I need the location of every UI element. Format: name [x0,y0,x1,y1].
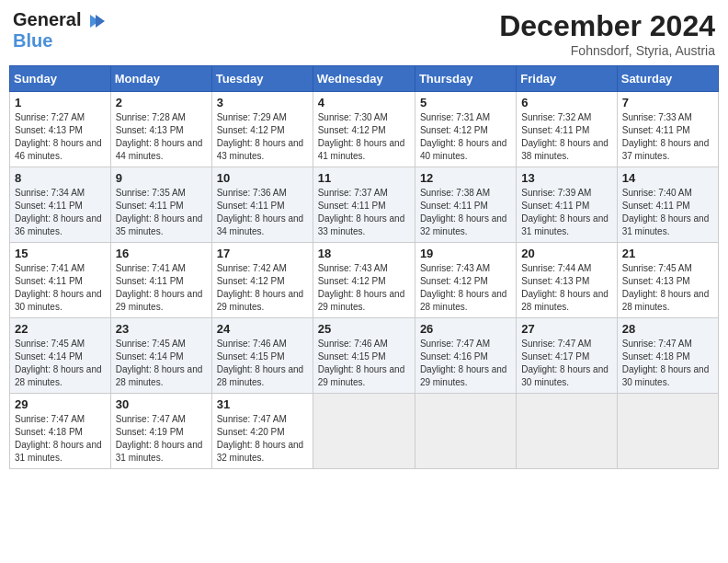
cell-content: Sunrise: 7:47 AMSunset: 4:20 PMDaylight:… [217,414,304,463]
calendar-cell: 4 Sunrise: 7:30 AMSunset: 4:12 PMDayligh… [313,92,415,167]
cell-content: Sunrise: 7:39 AMSunset: 4:11 PMDaylight:… [521,188,609,236]
cell-content: Sunrise: 7:47 AMSunset: 4:17 PMDaylight:… [521,339,609,387]
calendar-week-row: 22 Sunrise: 7:45 AMSunset: 4:14 PMDaylig… [10,318,719,394]
logo-icon [83,9,107,33]
calendar-cell: 31 Sunrise: 7:47 AMSunset: 4:20 PMDaylig… [211,394,313,469]
svg-marker-1 [96,15,105,28]
day-number: 7 [622,96,713,109]
day-of-week-header: Sunday [10,66,111,92]
calendar-cell: 8 Sunrise: 7:34 AMSunset: 4:11 PMDayligh… [10,167,111,243]
day-number: 24 [217,322,308,336]
cell-content: Sunrise: 7:45 AMSunset: 4:13 PMDaylight:… [622,263,710,312]
day-number: 6 [521,96,611,109]
day-number: 8 [15,171,106,185]
cell-content: Sunrise: 7:44 AMSunset: 4:13 PMDaylight:… [521,263,609,312]
day-number: 25 [318,322,410,336]
cell-content: Sunrise: 7:45 AMSunset: 4:14 PMDaylight:… [15,339,102,387]
day-number: 1 [15,96,106,109]
month-title: December 2024 [499,9,715,43]
cell-content: Sunrise: 7:43 AMSunset: 4:12 PMDaylight:… [318,263,405,312]
day-number: 3 [217,96,308,109]
day-of-week-header: Monday [110,66,211,92]
day-number: 22 [15,322,106,336]
logo: General Blue [13,9,107,50]
cell-content: Sunrise: 7:47 AMSunset: 4:16 PMDaylight:… [420,339,507,387]
calendar-cell: 27 Sunrise: 7:47 AMSunset: 4:17 PMDaylig… [517,318,617,394]
day-number: 5 [420,96,511,109]
calendar-cell: 11 Sunrise: 7:37 AMSunset: 4:11 PMDaylig… [313,167,415,243]
cell-content: Sunrise: 7:47 AMSunset: 4:19 PMDaylight:… [116,414,203,463]
calendar-cell: 18 Sunrise: 7:43 AMSunset: 4:12 PMDaylig… [313,243,415,318]
cell-content: Sunrise: 7:47 AMSunset: 4:18 PMDaylight:… [15,414,102,463]
day-number: 12 [420,171,511,185]
day-number: 15 [15,247,106,260]
calendar-cell [617,394,718,469]
location: Fohnsdorf, Styria, Austria [499,43,715,58]
cell-content: Sunrise: 7:37 AMSunset: 4:11 PMDaylight:… [318,188,405,236]
cell-content: Sunrise: 7:35 AMSunset: 4:11 PMDaylight:… [116,188,203,236]
day-number: 29 [15,397,106,411]
day-number: 18 [318,247,410,260]
calendar-cell: 19 Sunrise: 7:43 AMSunset: 4:12 PMDaylig… [415,243,516,318]
calendar-cell: 7 Sunrise: 7:33 AMSunset: 4:11 PMDayligh… [617,92,718,167]
calendar-cell: 20 Sunrise: 7:44 AMSunset: 4:13 PMDaylig… [517,243,617,318]
cell-content: Sunrise: 7:31 AMSunset: 4:12 PMDaylight:… [420,112,507,161]
calendar-cell: 23 Sunrise: 7:45 AMSunset: 4:14 PMDaylig… [110,318,211,394]
cell-content: Sunrise: 7:29 AMSunset: 4:12 PMDaylight:… [217,112,304,161]
calendar: SundayMondayTuesdayWednesdayThursdayFrid… [9,65,719,469]
cell-content: Sunrise: 7:46 AMSunset: 4:15 PMDaylight:… [318,339,405,387]
calendar-cell: 1 Sunrise: 7:27 AMSunset: 4:13 PMDayligh… [10,92,111,167]
calendar-cell [415,394,516,469]
cell-content: Sunrise: 7:30 AMSunset: 4:12 PMDaylight:… [318,112,405,161]
day-number: 20 [521,247,611,260]
calendar-cell: 10 Sunrise: 7:36 AMSunset: 4:11 PMDaylig… [211,167,313,243]
calendar-cell: 28 Sunrise: 7:47 AMSunset: 4:18 PMDaylig… [617,318,718,394]
cell-content: Sunrise: 7:46 AMSunset: 4:15 PMDaylight:… [217,339,304,387]
calendar-cell: 3 Sunrise: 7:29 AMSunset: 4:12 PMDayligh… [211,92,313,167]
calendar-cell: 30 Sunrise: 7:47 AMSunset: 4:19 PMDaylig… [110,394,211,469]
day-number: 9 [116,171,207,185]
day-number: 16 [116,247,207,260]
day-number: 19 [420,247,511,260]
cell-content: Sunrise: 7:40 AMSunset: 4:11 PMDaylight:… [622,188,710,236]
day-number: 4 [318,96,410,109]
day-of-week-header: Wednesday [313,66,415,92]
calendar-cell: 21 Sunrise: 7:45 AMSunset: 4:13 PMDaylig… [617,243,718,318]
cell-content: Sunrise: 7:38 AMSunset: 4:11 PMDaylight:… [420,188,507,236]
day-of-week-header: Thursday [415,66,516,92]
title-block: December 2024 Fohnsdorf, Styria, Austria [499,9,715,58]
day-number: 31 [217,397,308,411]
day-number: 14 [622,171,713,185]
cell-content: Sunrise: 7:43 AMSunset: 4:12 PMDaylight:… [420,263,507,312]
calendar-cell: 9 Sunrise: 7:35 AMSunset: 4:11 PMDayligh… [110,167,211,243]
calendar-cell: 5 Sunrise: 7:31 AMSunset: 4:12 PMDayligh… [415,92,516,167]
day-number: 11 [318,171,410,185]
calendar-header-row: SundayMondayTuesdayWednesdayThursdayFrid… [10,66,719,92]
calendar-week-row: 29 Sunrise: 7:47 AMSunset: 4:18 PMDaylig… [10,394,719,469]
day-number: 27 [521,322,611,336]
day-number: 23 [116,322,207,336]
cell-content: Sunrise: 7:27 AMSunset: 4:13 PMDaylight:… [15,112,102,161]
cell-content: Sunrise: 7:41 AMSunset: 4:11 PMDaylight:… [15,263,102,312]
cell-content: Sunrise: 7:47 AMSunset: 4:18 PMDaylight:… [622,339,710,387]
calendar-cell: 16 Sunrise: 7:41 AMSunset: 4:11 PMDaylig… [110,243,211,318]
cell-content: Sunrise: 7:34 AMSunset: 4:11 PMDaylight:… [15,188,102,236]
calendar-week-row: 15 Sunrise: 7:41 AMSunset: 4:11 PMDaylig… [10,243,719,318]
cell-content: Sunrise: 7:45 AMSunset: 4:14 PMDaylight:… [116,339,203,387]
calendar-cell: 15 Sunrise: 7:41 AMSunset: 4:11 PMDaylig… [10,243,111,318]
day-number: 2 [116,96,207,109]
day-number: 28 [622,322,713,336]
day-number: 17 [217,247,308,260]
calendar-cell: 13 Sunrise: 7:39 AMSunset: 4:11 PMDaylig… [517,167,617,243]
logo-blue: Blue [13,31,107,50]
calendar-cell: 6 Sunrise: 7:32 AMSunset: 4:11 PMDayligh… [517,92,617,167]
day-number: 30 [116,397,207,411]
day-of-week-header: Friday [517,66,617,92]
calendar-cell: 22 Sunrise: 7:45 AMSunset: 4:14 PMDaylig… [10,318,111,394]
page-header: General Blue December 2024 Fohnsdorf, St… [9,9,719,58]
cell-content: Sunrise: 7:36 AMSunset: 4:11 PMDaylight:… [217,188,304,236]
cell-content: Sunrise: 7:42 AMSunset: 4:12 PMDaylight:… [217,263,304,312]
calendar-cell: 25 Sunrise: 7:46 AMSunset: 4:15 PMDaylig… [313,318,415,394]
calendar-cell [517,394,617,469]
cell-content: Sunrise: 7:28 AMSunset: 4:13 PMDaylight:… [116,112,203,161]
